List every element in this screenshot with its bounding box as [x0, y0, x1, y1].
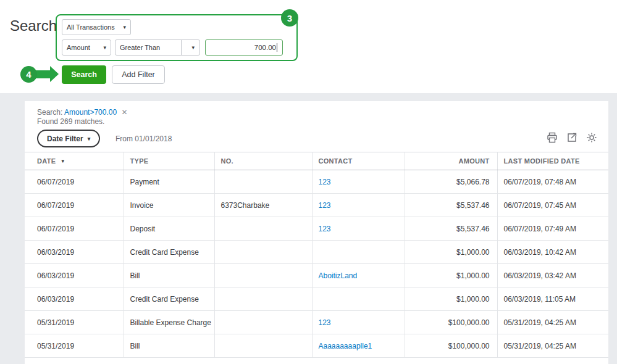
cell-contact: 123 — [312, 194, 405, 217]
cell-date: 05/31/2019 — [25, 334, 124, 358]
cell-contact: AboitizLand — [312, 264, 405, 287]
cell-no: 6373Charbake — [214, 194, 312, 217]
cell-date: 06/03/2019 — [25, 241, 124, 264]
amount-value-text: 700.00 — [254, 44, 276, 51]
text-cursor — [277, 43, 277, 52]
search-summary: Search: Amount>700.00 ✕ — [37, 108, 128, 117]
table-header-row: DATE ▼ TYPE NO. CONTACT AMOUNT LAST MODI… — [25, 152, 608, 170]
cell-last-modified: 05/31/2019, 04:25 AM — [497, 311, 608, 334]
cell-last-modified: 06/03/2019, 11:05 AM — [497, 287, 608, 311]
annotation-step-3: 3 — [281, 9, 298, 27]
cell-amount: $1,000.00 — [405, 241, 497, 264]
page-title: Search — [10, 17, 57, 35]
column-header-no[interactable]: NO. — [214, 152, 312, 170]
cell-no — [214, 264, 312, 287]
sort-down-icon: ▼ — [61, 159, 65, 164]
active-filter-chip[interactable]: Amount>700.00 — [64, 108, 117, 117]
search-panel: Search All Transactions ▾ Amount ▾ Great… — [0, 0, 617, 93]
cell-type: Deposit — [124, 217, 214, 241]
cell-last-modified: 06/03/2019, 10:42 AM — [497, 241, 608, 264]
contact-link[interactable]: 123 — [319, 318, 331, 327]
print-icon[interactable] — [547, 132, 558, 143]
cell-no — [214, 311, 312, 334]
annotation-arrow — [35, 70, 50, 78]
cell-contact: 123 — [312, 311, 405, 334]
amount-value-input[interactable]: 700.00 — [205, 39, 283, 56]
search-button[interactable]: Search — [62, 65, 106, 84]
contact-link[interactable]: 123 — [319, 201, 331, 210]
cell-amount: $1,000.00 — [405, 287, 497, 311]
cell-amount: $5,537.46 — [405, 217, 497, 241]
transaction-type-select[interactable]: All Transactions ▾ — [62, 19, 131, 35]
search-summary-label: Search: — [37, 108, 62, 117]
gear-icon[interactable] — [586, 132, 597, 143]
add-filter-button[interactable]: Add Filter — [112, 65, 165, 84]
table-row[interactable]: 06/07/2019Payment123$5,066.7806/07/2019,… — [25, 170, 608, 194]
cell-date: 05/31/2019 — [25, 311, 124, 334]
cell-last-modified: 06/07/2019, 07:45 AM — [497, 194, 608, 217]
table-toolbar — [547, 132, 597, 143]
table-row[interactable]: 06/03/2019Credit Card Expense$1,000.0006… — [25, 287, 608, 311]
export-icon[interactable] — [566, 132, 577, 143]
chevron-down-icon: ▾ — [181, 40, 199, 55]
date-range-text: From 01/01/2018 — [115, 134, 172, 143]
annotation-arrow-head — [50, 66, 59, 82]
column-header-type[interactable]: TYPE — [124, 152, 214, 170]
cell-no — [214, 170, 312, 194]
cell-date: 06/07/2019 — [25, 170, 124, 194]
table-row[interactable]: 05/31/2019BillAaaaaaaaaplle1$100,000.000… — [25, 334, 608, 358]
table-row[interactable]: 06/03/2019BillAboitizLand$1,000.0006/03/… — [25, 264, 608, 287]
column-header-date[interactable]: DATE ▼ — [25, 152, 124, 170]
contact-link[interactable]: AboitizLand — [319, 271, 358, 280]
cell-contact: Aaaaaaaaaplle1 — [312, 334, 405, 358]
contact-link[interactable]: 123 — [319, 225, 331, 233]
close-icon[interactable]: ✕ — [121, 108, 127, 117]
column-header-contact[interactable]: CONTACT — [312, 152, 405, 170]
cell-last-modified: 05/31/2019, 04:25 AM — [497, 334, 608, 358]
cell-amount: $100,000.00 — [405, 311, 497, 334]
cell-no — [214, 241, 312, 264]
table-row[interactable]: 06/03/2019Credit Card Expense$1,000.0006… — [25, 241, 608, 264]
filter-operator-value: Greater Than — [120, 44, 160, 51]
cell-date: 06/07/2019 — [25, 194, 124, 217]
cell-contact: 123 — [312, 217, 405, 241]
contact-link[interactable]: Aaaaaaaaaplle1 — [319, 342, 372, 350]
filter-operator-select[interactable]: Greater Than ▾ — [115, 39, 200, 56]
date-filter-button[interactable]: Date Filter ▾ — [37, 130, 100, 147]
transaction-type-value: All Transactions — [67, 23, 115, 31]
column-header-amount[interactable]: AMOUNT — [405, 152, 497, 170]
filter-field-select[interactable]: Amount ▾ — [62, 39, 111, 56]
cell-type: Credit Card Expense — [124, 287, 214, 311]
cell-type: Bill — [124, 334, 214, 358]
cell-no — [214, 287, 312, 311]
cell-amount: $1,000.00 — [405, 264, 497, 287]
annotation-step-4: 4 — [20, 66, 37, 83]
cell-type: Bill — [124, 264, 214, 287]
cell-date: 06/03/2019 — [25, 287, 124, 311]
date-filter-label: Date Filter — [47, 134, 83, 143]
table-row[interactable]: 05/31/2019Billable Expense Charge123$100… — [25, 311, 608, 334]
results-panel: Search: Amount>700.00 ✕ Found 269 matche… — [25, 101, 608, 364]
cell-last-modified: 06/07/2019, 07:49 AM — [497, 217, 608, 241]
results-table: DATE ▼ TYPE NO. CONTACT AMOUNT LAST MODI… — [25, 152, 608, 358]
cell-type: Payment — [124, 170, 214, 194]
cell-contact — [312, 241, 405, 264]
cell-no — [214, 217, 312, 241]
cell-type: Invoice — [124, 194, 214, 217]
cell-amount: $5,537.46 — [405, 194, 497, 217]
cell-type: Credit Card Expense — [124, 241, 214, 264]
cell-last-modified: 06/03/2019, 03:42 AM — [497, 264, 608, 287]
chevron-down-icon: ▾ — [103, 44, 106, 51]
matches-count-text: Found 269 matches. — [37, 117, 104, 126]
table-row[interactable]: 06/07/2019Invoice6373Charbake123$5,537.4… — [25, 194, 608, 217]
table-row[interactable]: 06/07/2019Deposit123$5,537.4606/07/2019,… — [25, 217, 608, 241]
cell-contact — [312, 287, 405, 311]
cell-contact: 123 — [312, 170, 405, 194]
cell-type: Billable Expense Charge — [124, 311, 214, 334]
cell-amount: $100,000.00 — [405, 334, 497, 358]
contact-link[interactable]: 123 — [319, 178, 331, 186]
cell-last-modified: 06/07/2019, 07:48 AM — [497, 170, 608, 194]
chevron-down-icon: ▾ — [123, 24, 126, 30]
column-header-last-modified[interactable]: LAST MODIFIED DATE — [497, 152, 608, 170]
filter-field-value: Amount — [67, 44, 90, 51]
